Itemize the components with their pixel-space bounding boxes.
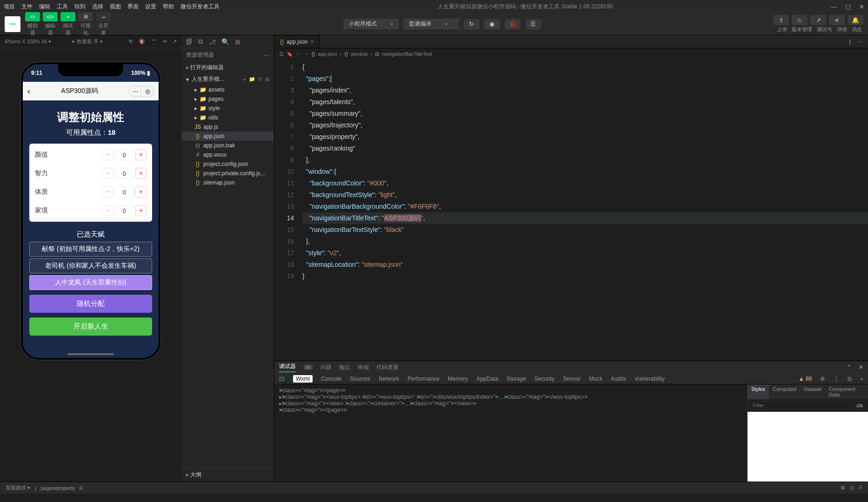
file-item[interactable]: ▸ 📁 style [181, 104, 274, 113]
new-folder-icon[interactable]: 📁 [249, 76, 255, 82]
collapse-tree-icon[interactable]: ⊟ [265, 76, 269, 82]
mute-icon[interactable]: 🔇 [139, 39, 145, 45]
devtools-tab[interactable]: 代码质量 [376, 363, 399, 371]
devtools-subtab[interactable]: Performance [407, 376, 440, 382]
menu-item[interactable]: 选择 [92, 3, 103, 11]
breadcrumb[interactable]: ☰ 🔖 ← → {}app.json › {}window › ⊟navigat… [274, 48, 868, 59]
dots-icon[interactable]: ⋮ [834, 376, 839, 382]
styles-tab[interactable]: Dataset [800, 384, 825, 399]
gear-icon[interactable]: ⚙ [820, 376, 825, 382]
capsule[interactable]: ⋯◎ [129, 86, 154, 97]
more-editor-icon[interactable]: ⋯ [857, 38, 863, 45]
preview-icon[interactable]: ◉ [484, 19, 500, 29]
devtools-tab[interactable]: 问题 [320, 363, 332, 371]
menu-item[interactable]: 工具 [57, 3, 68, 11]
debug-icon[interactable]: 🐞 [505, 19, 521, 29]
editor-button[interactable]: </> [43, 12, 58, 21]
simulator-button[interactable]: ▭ [25, 12, 40, 21]
talent-item[interactable]: 人中龙凤 (天生双重性别) [29, 275, 152, 290]
debugger-button[interactable]: ≈ [60, 12, 75, 21]
test-icon[interactable]: ↗ [810, 15, 826, 25]
scene-icon[interactable]: ⚙ [841, 485, 845, 491]
talent-item[interactable]: 老司机 (你和家人不会发生车祸) [29, 258, 152, 273]
devtools-subtab[interactable]: Network [379, 376, 399, 382]
minus-button[interactable]: − [102, 149, 113, 160]
close-panel-icon[interactable]: ✕ [859, 364, 863, 370]
devtools-subtab[interactable]: Sensor [563, 376, 581, 382]
inspect-icon[interactable]: ⮹ [279, 376, 285, 382]
ext-icon[interactable]: ⊞ [235, 38, 240, 46]
file-item[interactable]: ▸ 📁 utils [181, 113, 274, 122]
stat-value[interactable]: 0 [115, 168, 134, 179]
cut-icon[interactable]: ✂ [163, 39, 167, 45]
mode-select[interactable]: 小程序模式 [343, 19, 399, 29]
devtools-subtab[interactable]: Audits [611, 376, 626, 382]
collapse-icon[interactable]: ⧉ [198, 38, 203, 46]
close-tab-icon[interactable]: × [310, 39, 314, 45]
devtools-tab[interactable]: 输出 [339, 363, 350, 371]
project-root[interactable]: ▾人生重开模... + 📁 ↻ ⊟ [181, 73, 274, 85]
editor-tab[interactable]: {} app.json × [274, 35, 320, 48]
file-item[interactable]: ⊟ app.json.bak [181, 141, 274, 150]
new-file-icon[interactable]: + [243, 77, 246, 82]
file-item[interactable]: {} sitemap.json [181, 178, 274, 187]
styles-tab[interactable]: Computed [769, 384, 800, 399]
file-item[interactable]: {} project.config.json [181, 159, 274, 169]
visual-button[interactable]: ⊞ [78, 12, 93, 21]
refresh-icon[interactable]: ↻ [129, 39, 133, 45]
device-icon[interactable]: 📱 [151, 39, 157, 45]
compile-icon[interactable]: ↻ [464, 19, 480, 29]
dock-icon[interactable]: ⧉ [848, 376, 852, 382]
styles-filter-input[interactable] [749, 401, 849, 410]
menu-item[interactable]: 编辑 [39, 3, 50, 11]
files-icon[interactable]: 🗐 [186, 38, 193, 46]
bookmark-icon[interactable]: 🔖 [287, 51, 293, 57]
devtools-subtab[interactable]: Sources [350, 376, 370, 382]
nav-back-icon[interactable]: ← [296, 51, 301, 57]
plus-button[interactable]: + [135, 168, 147, 179]
compile-select[interactable]: 普通编译 [403, 19, 459, 29]
copy-path-icon[interactable]: ⎘ [80, 485, 83, 491]
maximize-icon[interactable]: ▢ [845, 3, 851, 10]
popout-icon[interactable]: ↗ [173, 39, 177, 45]
more-icon[interactable]: ⋯ [264, 52, 269, 59]
devtools-subtab[interactable]: Security [534, 376, 554, 382]
menu-item[interactable]: 视图 [110, 3, 121, 11]
menu-item[interactable]: 项目 [4, 3, 15, 11]
version-icon[interactable]: ⎌ [792, 15, 808, 25]
devtools-subtab[interactable]: AppData [476, 376, 498, 382]
stat-value[interactable]: 0 [115, 149, 134, 160]
profile-icon[interactable]: ⊙ [850, 485, 854, 491]
minus-button[interactable]: − [102, 168, 113, 179]
start-button[interactable]: 开启新人生 [29, 317, 152, 336]
menu-item[interactable]: 帮助 [163, 3, 174, 11]
plus-button[interactable]: + [135, 205, 147, 216]
open-editors-section[interactable]: 打开的编辑器 [181, 62, 274, 73]
minus-button[interactable]: − [102, 205, 113, 216]
warning-count[interactable]: ▲ 88 [799, 376, 812, 382]
menu-item[interactable]: 文件 [21, 3, 33, 11]
file-item[interactable]: {} project.private.config.js... [181, 169, 274, 178]
search-icon[interactable]: 🔍 [221, 38, 229, 46]
styles-tab[interactable]: Styles [748, 384, 769, 399]
file-item[interactable]: ▸ 📁 pages [181, 94, 274, 104]
minimize-icon[interactable]: — [831, 3, 837, 10]
cls-toggle[interactable]: .cls [852, 401, 867, 410]
menu-item[interactable]: 设置 [145, 3, 156, 11]
split-icon[interactable]: ⫿ [848, 38, 852, 45]
menu-item[interactable]: 微信开发者工具 [180, 3, 220, 11]
chevron-up-icon[interactable]: ⌃ [847, 364, 851, 370]
devtools-subtab[interactable]: Memory [448, 376, 468, 382]
plus-button[interactable]: + [135, 186, 147, 198]
devtools-tab[interactable]: 终端 [358, 363, 369, 371]
stat-value[interactable]: 0 [115, 205, 134, 216]
close-icon[interactable]: ✕ [859, 3, 864, 10]
hot-reload[interactable]: 热重载 开 ▾ [72, 38, 103, 45]
clear-cache-icon[interactable]: ☰ [525, 19, 541, 29]
path-label[interactable]: 页面路径 ▾ [6, 484, 30, 491]
upload-icon[interactable]: ⇧ [773, 15, 789, 25]
styles-tab[interactable]: Component Data [825, 384, 868, 399]
device-select[interactable]: iPhone X 100% 16 ▾ [5, 39, 51, 45]
list-icon[interactable]: ☰ [279, 51, 284, 57]
devtools-subtab[interactable]: Mock [589, 376, 602, 382]
